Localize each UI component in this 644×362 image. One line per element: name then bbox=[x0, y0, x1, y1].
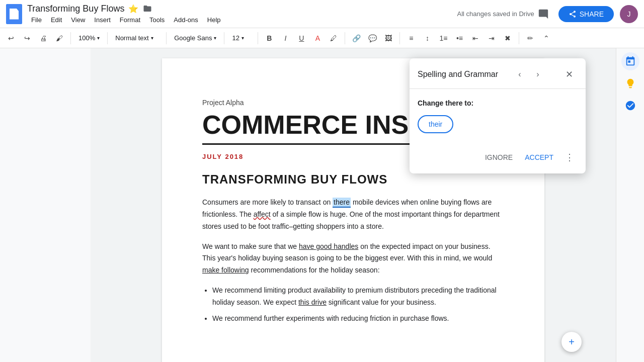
style-select[interactable]: Normal text ▾ bbox=[112, 31, 162, 45]
para2-underlined1: have good handles bbox=[299, 242, 358, 250]
clear-format-button[interactable]: ✖ bbox=[501, 31, 515, 45]
spell-title: Spelling and Grammar bbox=[418, 70, 498, 79]
share-label: SHARE bbox=[580, 10, 604, 18]
calendar-sidebar-icon[interactable] bbox=[621, 52, 639, 70]
user-avatar[interactable]: J bbox=[620, 5, 638, 23]
menu-file[interactable]: File bbox=[27, 15, 46, 25]
size-select[interactable]: 12 ▾ bbox=[228, 31, 254, 45]
line-spacing-button[interactable]: ↕ bbox=[420, 31, 434, 45]
bold-button[interactable]: B bbox=[262, 31, 276, 45]
separator-7 bbox=[399, 32, 400, 44]
highlight-button[interactable]: 🖊 bbox=[327, 31, 341, 45]
keep-sidebar-icon[interactable] bbox=[621, 74, 639, 93]
indent-dec-button[interactable]: ⇤ bbox=[468, 31, 482, 45]
underline-button[interactable]: U bbox=[294, 31, 308, 45]
right-actions: SHARE J bbox=[534, 5, 638, 23]
spell-body: Change there to: their bbox=[410, 89, 586, 143]
tasks-sidebar-icon[interactable] bbox=[621, 97, 639, 115]
toolbar: ↩ ↪ 🖨 🖌 100% ▾ Normal text ▾ Google Sans… bbox=[0, 28, 644, 48]
doc-title-row: Transforming Buy Flows ⭐ bbox=[27, 4, 447, 14]
menu-tools[interactable]: Tools bbox=[145, 15, 169, 25]
bullet-list: We recommend limiting product availabili… bbox=[212, 285, 504, 324]
list-bullet-button[interactable]: •≡ bbox=[452, 31, 466, 45]
body-paragraph-2: We want to make sure that we have good h… bbox=[202, 241, 504, 277]
separator-2 bbox=[107, 32, 108, 44]
para2-start: We want to make sure that we bbox=[202, 242, 299, 250]
print-button[interactable]: 🖨 bbox=[36, 31, 50, 45]
bullet-item-2: We recommend further experiments with re… bbox=[212, 313, 504, 325]
saved-status: All changes saved in Drive bbox=[457, 10, 534, 18]
separator-5 bbox=[258, 32, 258, 44]
menu-help[interactable]: Help bbox=[203, 15, 225, 25]
spell-next-button[interactable]: › bbox=[530, 66, 546, 82]
spelling-grammar-panel: Spelling and Grammar ‹ › ✕ Change there … bbox=[410, 58, 586, 173]
spell-close-button[interactable]: ✕ bbox=[561, 66, 578, 82]
section-title: TRANSFORMING BUY FLOWS bbox=[202, 172, 504, 187]
link-button[interactable]: 🔗 bbox=[349, 31, 363, 45]
comment-icon[interactable] bbox=[534, 5, 552, 23]
undo-button[interactable]: ↩ bbox=[4, 31, 18, 45]
redo-button[interactable]: ↪ bbox=[20, 31, 34, 45]
share-button[interactable]: SHARE bbox=[558, 6, 614, 22]
spell-nav: ‹ › bbox=[512, 66, 546, 82]
color-button[interactable]: A bbox=[310, 31, 325, 45]
menu-addons[interactable]: Add-ons bbox=[170, 15, 202, 25]
separator-1 bbox=[70, 32, 71, 44]
fab-button[interactable]: + bbox=[561, 332, 582, 352]
font-select[interactable]: Google Sans ▾ bbox=[171, 31, 220, 45]
spell-header: Spelling and Grammar ‹ › ✕ bbox=[410, 58, 586, 89]
para2-underlined2: make following bbox=[202, 266, 249, 274]
more-options-button[interactable]: ⋮ bbox=[561, 149, 578, 165]
google-docs-icon bbox=[6, 4, 22, 24]
separator-6 bbox=[345, 32, 345, 44]
highlighted-there: there bbox=[333, 198, 351, 208]
bullet1-underlined: this drive bbox=[298, 298, 327, 306]
comment-inline-button[interactable]: 💬 bbox=[365, 31, 379, 45]
right-sidebar bbox=[616, 48, 644, 362]
folder-icon[interactable] bbox=[142, 4, 152, 14]
title-section: Transforming Buy Flows ⭐ File Edit View … bbox=[27, 4, 447, 25]
paint-format-button[interactable]: 🖌 bbox=[52, 31, 66, 45]
menu-format[interactable]: Format bbox=[116, 15, 144, 25]
para1-affect: affect bbox=[254, 210, 271, 218]
spell-prev-button[interactable]: ‹ bbox=[512, 66, 528, 82]
expand-button[interactable]: ⌃ bbox=[539, 31, 553, 45]
doc-title: Transforming Buy Flows bbox=[27, 4, 124, 14]
document-area[interactable]: Project Alpha COMMERCE INSIGHTS JULY 201… bbox=[91, 48, 616, 362]
align-button[interactable]: ≡ bbox=[404, 31, 418, 45]
spell-change-text: Change there to: bbox=[418, 99, 578, 107]
separator-8 bbox=[519, 32, 519, 44]
star-icon[interactable]: ⭐ bbox=[128, 4, 138, 14]
spell-footer: IGNORE ACCEPT ⋮ bbox=[410, 143, 586, 173]
body-paragraph-1: Consumers are more likely to transact on… bbox=[202, 197, 504, 232]
image-button[interactable]: 🖼 bbox=[381, 31, 395, 45]
menu-bar: File Edit View Insert Format Tools Add-o… bbox=[27, 15, 447, 25]
zoom-select[interactable]: 100% ▾ bbox=[75, 31, 103, 45]
para2-end: recommendations for the holiday season: bbox=[249, 266, 380, 274]
separator-4 bbox=[224, 32, 224, 44]
main-area: Project Alpha COMMERCE INSIGHTS JULY 201… bbox=[0, 48, 644, 362]
left-margin bbox=[0, 48, 91, 362]
para1-before: Consumers are more likely to transact on bbox=[202, 198, 333, 206]
italic-button[interactable]: I bbox=[278, 31, 292, 45]
menu-view[interactable]: View bbox=[67, 15, 89, 25]
indent-inc-button[interactable]: ⇥ bbox=[485, 31, 499, 45]
spell-suggestion-button[interactable]: their bbox=[418, 115, 453, 133]
menu-insert[interactable]: Insert bbox=[90, 15, 115, 25]
separator-3 bbox=[166, 32, 167, 44]
edit-mode-button[interactable]: ✏ bbox=[523, 31, 537, 45]
top-bar: Transforming Buy Flows ⭐ File Edit View … bbox=[0, 0, 644, 28]
spell-error-word: there bbox=[445, 99, 462, 107]
accept-button[interactable]: ACCEPT bbox=[521, 149, 557, 165]
ignore-button[interactable]: IGNORE bbox=[481, 149, 517, 165]
list-numbered-button[interactable]: 1≡ bbox=[436, 31, 450, 45]
bullet-item-1: We recommend limiting product availabili… bbox=[212, 285, 504, 309]
menu-edit[interactable]: Edit bbox=[47, 15, 66, 25]
